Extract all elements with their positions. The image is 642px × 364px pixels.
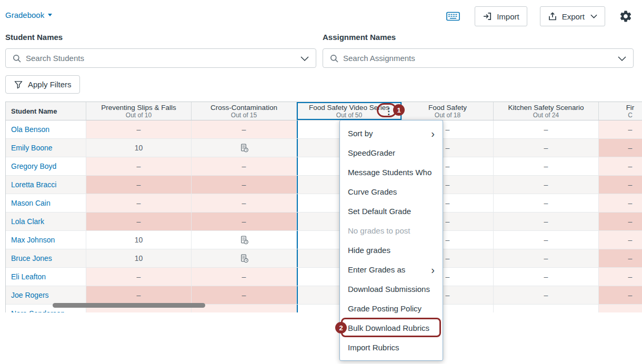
grade-cell[interactable]: – <box>86 286 192 304</box>
assignment-column-header-fir[interactable]: FirC <box>599 102 642 120</box>
grade-cell[interactable]: – <box>192 157 297 175</box>
document-pending-icon <box>240 144 248 153</box>
grade-cell[interactable]: – <box>494 249 599 267</box>
grade-cell[interactable]: – <box>599 249 642 267</box>
assignment-column-header-cross-contamination[interactable]: Cross-ContaminationOut of 15 <box>192 102 297 120</box>
column-options-kebab-icon[interactable]: ⋮ <box>384 107 393 116</box>
grade-cell[interactable]: – <box>599 194 642 212</box>
grade-cell[interactable]: – <box>192 213 297 230</box>
apply-filters-button[interactable]: Apply Filters <box>5 75 80 94</box>
menu-item-sort-by[interactable]: Sort by› <box>340 124 443 143</box>
grade-cell[interactable] <box>192 231 297 249</box>
student-row: Bruce Jones10–––– <box>6 249 642 268</box>
grade-cell[interactable]: – <box>599 213 642 230</box>
search-assignments-box <box>323 48 634 68</box>
grade-cell[interactable]: – <box>599 305 642 312</box>
export-button-label: Export <box>562 12 585 21</box>
search-assignments-input[interactable] <box>343 54 613 63</box>
student-name-cell: Emily Boone <box>6 139 86 157</box>
gradebook-page: Gradebook Import Export <box>0 0 642 364</box>
chevron-down-icon[interactable] <box>618 54 626 63</box>
menu-item-bulk-download-rubrics[interactable]: Bulk Download Rubrics <box>340 318 443 338</box>
caret-down-icon <box>48 14 52 16</box>
grid-body: Ola Benson––––––Emily Boone10––––Gregory… <box>6 120 642 312</box>
menu-item-curve-grades[interactable]: Curve Grades <box>340 182 443 201</box>
student-name-link[interactable]: Joe Rogers <box>11 291 49 299</box>
assignment-column-header-preventing-slips-falls[interactable]: Preventing Slips & FallsOut of 10 <box>86 102 192 120</box>
student-name-cell: Ola Benson <box>6 120 86 138</box>
menu-item-import-rubrics[interactable]: Import Rubrics <box>340 338 443 357</box>
keyboard-shortcuts-icon[interactable] <box>446 12 460 21</box>
student-name-link[interactable]: Nora Sanderson <box>11 309 65 312</box>
grade-cell[interactable]: – <box>599 120 642 138</box>
student-name-link[interactable]: Ola Benson <box>11 125 49 134</box>
grade-cell[interactable]: – <box>86 268 192 286</box>
horizontal-scrollbar-thumb[interactable] <box>53 303 205 308</box>
filter-funnel-icon <box>14 80 23 89</box>
import-button[interactable]: Import <box>475 6 527 26</box>
student-name-link[interactable]: Eli Leafton <box>11 272 46 281</box>
grade-cell[interactable]: 10 <box>86 249 192 267</box>
grade-cell[interactable]: – <box>86 194 192 212</box>
grade-cell[interactable]: – <box>86 120 192 138</box>
grade-cell[interactable]: – <box>494 213 599 230</box>
student-name-cell: Loretta Bracci <box>6 176 86 194</box>
menu-item-speedgrader[interactable]: SpeedGrader <box>340 143 443 163</box>
menu-item-hide-grades[interactable]: Hide grades <box>340 240 443 260</box>
grade-cell[interactable]: – <box>599 157 642 175</box>
student-name-cell: Gregory Boyd <box>6 157 86 175</box>
grade-cell[interactable]: – <box>599 268 642 286</box>
grade-cell[interactable]: – <box>192 176 297 194</box>
grade-cell[interactable]: – <box>86 176 192 194</box>
menu-item-enter-grades-as[interactable]: Enter Grades as› <box>340 260 443 279</box>
student-name-link[interactable]: Max Johnson <box>11 236 55 244</box>
chevron-down-icon[interactable] <box>300 54 309 63</box>
student-name-cell: Joe Rogers <box>6 286 86 304</box>
grade-cell[interactable]: 10 <box>86 231 192 249</box>
menu-item-message-students-who[interactable]: Message Students Who <box>340 163 443 182</box>
grade-cell[interactable]: – <box>86 157 192 175</box>
grade-cell[interactable]: – <box>494 139 599 157</box>
gradebook-actions: Import Export <box>446 6 634 27</box>
menu-item-set-default-grade[interactable]: Set Default Grade <box>340 201 443 221</box>
grade-cell[interactable]: – <box>494 268 599 286</box>
search-students-input[interactable] <box>26 54 296 63</box>
student-name-link[interactable]: Lola Clark <box>11 217 44 226</box>
student-column-header[interactable]: Student Name <box>6 102 86 120</box>
assignment-column-header-food-safety[interactable]: Food SafetyOut of 18 <box>402 102 494 120</box>
gradebook-menu-button[interactable]: Gradebook <box>5 11 52 19</box>
grade-cell[interactable]: – <box>599 139 642 157</box>
student-name-link[interactable]: Loretta Bracci <box>11 180 56 189</box>
assignment-column-header-kitchen-safety-scenario[interactable]: Kitchen Safety ScenarioOut of 24 <box>494 102 599 120</box>
grade-cell[interactable]: – <box>192 194 297 212</box>
search-icon <box>13 54 21 63</box>
grade-cell[interactable]: – <box>192 305 297 312</box>
grade-cell[interactable] <box>192 249 297 267</box>
gradebook-settings-button[interactable] <box>618 8 634 24</box>
grade-cell[interactable]: – <box>494 157 599 175</box>
grade-cell[interactable]: – <box>494 120 599 138</box>
grade-cell[interactable]: – <box>599 176 642 194</box>
menu-item-download-submissions[interactable]: Download Submissions <box>340 279 443 299</box>
grade-cell[interactable]: 10 <box>86 139 192 157</box>
grade-cell[interactable] <box>192 139 297 157</box>
grade-cell[interactable]: – <box>192 268 297 286</box>
grade-cell[interactable]: – <box>192 286 297 304</box>
grade-cell[interactable]: – <box>599 231 642 249</box>
grade-cell[interactable]: – <box>599 286 642 304</box>
grade-cell[interactable]: – <box>494 305 599 312</box>
grade-cell[interactable]: – <box>494 194 599 212</box>
student-name-link[interactable]: Bruce Jones <box>11 254 52 262</box>
menu-item-grade-posting-policy[interactable]: Grade Posting Policy <box>340 299 443 318</box>
grade-cell[interactable]: – <box>494 231 599 249</box>
grade-cell[interactable]: – <box>494 286 599 304</box>
student-name-link[interactable]: Gregory Boyd <box>11 162 56 170</box>
student-name-link[interactable]: Mason Cain <box>11 199 51 207</box>
student-name-cell: Eli Leafton <box>6 268 86 286</box>
grade-cell[interactable]: – <box>192 120 297 138</box>
grade-cell[interactable]: – <box>494 176 599 194</box>
export-button[interactable]: Export <box>540 6 605 26</box>
assignment-column-header-food-safety-video-series[interactable]: Food Safety Video SeriesOut of 50⋮ <box>297 102 402 120</box>
grade-cell[interactable]: – <box>86 213 192 230</box>
student-name-link[interactable]: Emily Boone <box>11 144 53 152</box>
